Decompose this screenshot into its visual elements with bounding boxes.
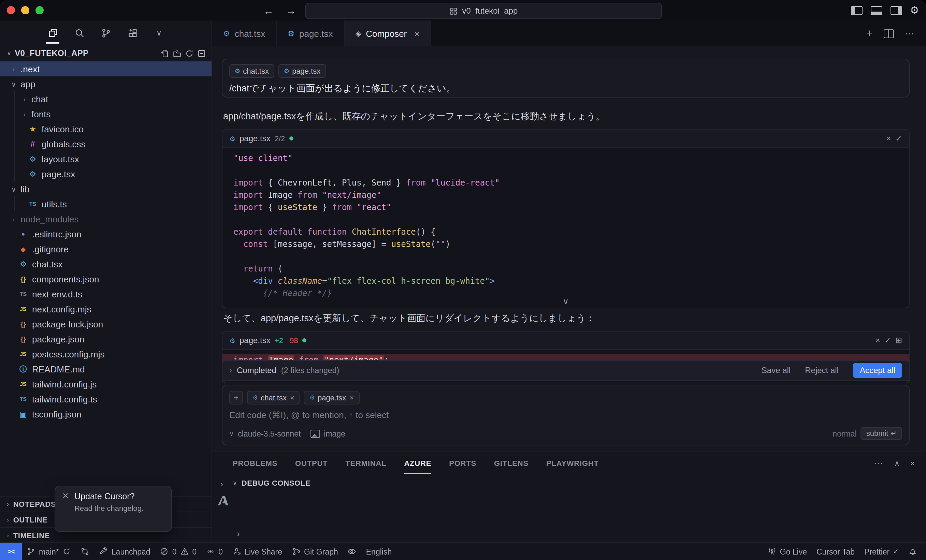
tree-item-utils-ts[interactable]: TSutils.ts: [0, 196, 212, 211]
editor-tab-composer[interactable]: ◈Composer×: [344, 20, 431, 46]
new-folder-icon[interactable]: [172, 49, 182, 57]
notifications-item[interactable]: [903, 547, 922, 556]
tree-item-fonts[interactable]: ›fonts: [0, 106, 212, 121]
go-live-item[interactable]: Go Live: [763, 547, 812, 556]
editor-tab-chat-tsx[interactable]: ⚙chat.tsx: [212, 20, 277, 46]
tree-item-tsconfig-json[interactable]: ▣tsconfig.json: [0, 406, 212, 421]
panel-collapse-chevron-icon[interactable]: ›: [220, 480, 223, 489]
tree-item-next[interactable]: ›.next: [0, 61, 212, 76]
collapse-all-icon[interactable]: [197, 49, 206, 57]
code-block-filename[interactable]: page.tsx: [239, 134, 271, 143]
panel-tab-gitlens[interactable]: GITLENS: [494, 452, 528, 474]
composer-input-box[interactable]: + ⚙chat.tsx×⚙page.tsx× Edit code (⌘I), @…: [222, 385, 909, 445]
prettier-item[interactable]: Prettier ✓: [859, 547, 903, 555]
close-tab-icon[interactable]: ×: [414, 28, 419, 39]
new-file-icon[interactable]: [160, 49, 169, 57]
tree-item-layout-tsx[interactable]: ⚙layout.tsx: [0, 151, 212, 166]
save-all-button[interactable]: Save all: [761, 365, 791, 375]
tree-item-node-modules[interactable]: ›node_modules: [0, 211, 212, 226]
git-branch-item[interactable]: main*: [22, 547, 76, 556]
project-name[interactable]: V0_FUTEKOI_APP: [15, 48, 88, 58]
reject-all-button[interactable]: Reject all: [805, 365, 839, 375]
preview-item[interactable]: [343, 547, 361, 556]
panel-more-actions-icon[interactable]: ⋯: [874, 458, 884, 469]
refresh-icon[interactable]: [185, 49, 194, 57]
remove-chip-icon[interactable]: ×: [350, 394, 354, 402]
tree-item-chat-tsx[interactable]: ⚙chat.tsx: [0, 257, 212, 272]
git-compare-item[interactable]: [76, 547, 94, 556]
source-control-icon[interactable]: [98, 23, 113, 42]
tree-item-page-tsx[interactable]: ⚙page.tsx: [0, 166, 212, 181]
toggle-left-panel-icon[interactable]: [850, 6, 862, 15]
minimize-window-button[interactable]: [21, 6, 29, 14]
toggle-bottom-panel-icon[interactable]: [870, 6, 882, 15]
model-chevron-icon[interactable]: ∨: [229, 430, 234, 437]
accept-block-icon[interactable]: ✓: [895, 134, 902, 143]
extensions-icon[interactable]: [125, 23, 140, 42]
tree-item-favicon-ico[interactable]: ★favicon.ico: [0, 121, 212, 136]
settings-gear-icon[interactable]: ⚙: [910, 4, 919, 17]
tree-item-chat[interactable]: ›chat: [0, 91, 212, 106]
chevron-down-icon[interactable]: ∨: [7, 50, 11, 57]
activity-chevron-down-icon[interactable]: ∨: [151, 23, 166, 42]
azure-icon[interactable]: [218, 495, 230, 507]
file-chip-page-tsx[interactable]: ⚙page.tsx×: [304, 391, 359, 405]
panel-tab-playwright[interactable]: PLAYWRIGHT: [546, 452, 599, 474]
tree-item-readme-md[interactable]: ⓘREADME.md: [0, 362, 212, 376]
editor-more-actions-icon[interactable]: ⋯: [905, 28, 915, 39]
file-chip-chat-tsx[interactable]: ⚙chat.tsx: [229, 64, 274, 78]
accept-all-button[interactable]: Accept all: [853, 363, 902, 378]
git-graph-item[interactable]: Git Graph: [287, 547, 343, 556]
mode-label[interactable]: normal: [832, 429, 856, 438]
chevron-down-icon[interactable]: ∨: [233, 480, 238, 486]
editor-tab-page-tsx[interactable]: ⚙page.tsx: [277, 20, 344, 46]
panel-tab-terminal[interactable]: TERMINAL: [345, 452, 386, 474]
user-message-box[interactable]: ⚙chat.tsx⚙page.tsx /chatでチャット画面が出るように修正し…: [222, 59, 909, 98]
chevron-right-icon[interactable]: ›: [229, 365, 232, 375]
model-selector[interactable]: claude-3.5-sonnet: [238, 429, 301, 438]
language-item[interactable]: English: [361, 547, 396, 555]
notification-link[interactable]: Read the changelog.: [74, 504, 144, 512]
panel-tab-ports[interactable]: PORTS: [449, 452, 476, 474]
panel-tab-output[interactable]: OUTPUT: [295, 452, 328, 474]
tree-item-package-lock-json[interactable]: {}package-lock.json: [0, 317, 212, 332]
file-chip-page-tsx[interactable]: ⚙page.tsx: [278, 64, 326, 78]
explorer-icon[interactable]: [45, 23, 60, 42]
tree-item-components-json[interactable]: {}components.json: [0, 272, 212, 287]
launchpad-item[interactable]: Launchpad: [94, 547, 155, 556]
ports-item[interactable]: 0: [201, 547, 228, 556]
code-block-filename[interactable]: page.tsx: [239, 336, 271, 345]
tree-item-postcss-config-mjs[interactable]: JSpostcss.config.mjs: [0, 347, 212, 362]
tree-item-eslintrc-json[interactable]: ●.eslintrc.json: [0, 226, 212, 242]
back-icon[interactable]: ←: [263, 5, 274, 16]
tree-item-app[interactable]: ∨app: [0, 76, 212, 91]
tree-item-tailwind-config-ts[interactable]: TStailwind.config.ts: [0, 391, 212, 406]
tree-item-globals-css[interactable]: #globals.css: [0, 136, 212, 151]
command-center-search[interactable]: v0_futekoi_app: [305, 3, 662, 19]
fullscreen-window-button[interactable]: [35, 6, 44, 14]
expand-code-chevron-icon[interactable]: ∨: [563, 297, 569, 306]
remove-chip-icon[interactable]: ×: [290, 394, 295, 402]
cursor-tab-item[interactable]: Cursor Tab: [812, 547, 859, 555]
tree-item-next-env-d-ts[interactable]: TSnext-env.d.ts: [0, 287, 212, 302]
tree-item-gitignore[interactable]: ◆.gitignore: [0, 242, 212, 257]
toggle-right-panel-icon[interactable]: [890, 6, 902, 15]
split-editor-icon[interactable]: [884, 29, 894, 38]
panel-tab-azure[interactable]: AZURE: [404, 452, 431, 474]
tree-item-tailwind-config-js[interactable]: JStailwind.config.js: [0, 376, 212, 391]
reject-block-icon[interactable]: ×: [876, 336, 880, 345]
image-button[interactable]: image: [324, 429, 345, 438]
panel-close-icon[interactable]: ×: [910, 458, 915, 468]
submit-button[interactable]: submit ↵: [861, 427, 902, 440]
file-chip-chat-tsx[interactable]: ⚙chat.tsx×: [247, 391, 300, 405]
console-prompt-icon[interactable]: ›: [237, 528, 240, 539]
tree-item-package-json[interactable]: {}package.json: [0, 332, 212, 347]
close-window-button[interactable]: [7, 6, 15, 14]
search-icon[interactable]: [72, 23, 87, 42]
open-file-icon[interactable]: ⊞: [895, 336, 902, 345]
forward-icon[interactable]: →: [286, 5, 296, 16]
tree-item-next-config-mjs[interactable]: JSnext.config.mjs: [0, 302, 212, 317]
new-tab-icon[interactable]: +: [866, 27, 873, 39]
accept-block-icon[interactable]: ✓: [884, 336, 891, 345]
add-context-button[interactable]: +: [229, 391, 243, 405]
